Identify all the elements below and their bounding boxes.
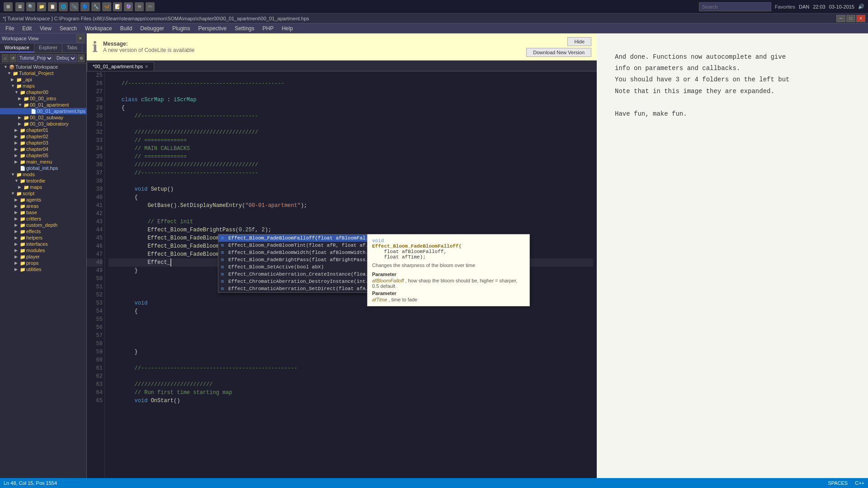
tree-areas[interactable]: ▶ 📁 areas (0, 203, 86, 209)
taskbar-icon-4[interactable]: 📋 (48, 2, 57, 11)
menu-perspective[interactable]: Perspective (194, 24, 230, 33)
config-btn[interactable]: ⚙ (78, 54, 85, 62)
taskbar-icon-6[interactable]: 📎 (70, 2, 79, 11)
taskbar-icon-10[interactable]: 📝 (113, 2, 122, 11)
project-selector[interactable]: Tutorial_Project (17, 54, 53, 62)
refresh-btn[interactable]: ↺ (9, 54, 16, 62)
home-btn[interactable]: ⌂ (2, 54, 9, 62)
editor-tab-main[interactable]: *00_01_apartment.hps ✕ (87, 62, 154, 71)
tree-chapter01[interactable]: ▶ 📁 chapter01 (0, 127, 86, 133)
tree-testordie[interactable]: ▼ 📁 testordie (0, 178, 86, 184)
minimize-button[interactable]: ─ (836, 15, 845, 22)
tree-script[interactable]: ▼ 📁 script (0, 190, 86, 197)
workspace-close-btn[interactable]: ✕ (76, 34, 85, 42)
tree-critters[interactable]: ▶ 📁 critters (0, 216, 86, 222)
tree-chapter02[interactable]: ▶ 📁 chapter02 (0, 133, 86, 140)
tree-arrow-project: ▼ (7, 71, 13, 75)
taskbar-left: ⊞ 🖥 🔍 📁 📋 🌐 📎 🔵 🔧 🦋 📝 🔮 ♾ 🎮 (4, 2, 155, 11)
tree-interfaces[interactable]: ▶ 📁 interfaces (0, 241, 86, 247)
menu-help[interactable]: Help (278, 24, 297, 33)
hide-button[interactable]: Hide (567, 37, 591, 46)
notification-message-body: A new version of CodeLite is available (103, 47, 521, 53)
tree-player[interactable]: ▶ 📁 player (0, 253, 86, 260)
tree-chapter05[interactable]: ▶ 📁 chapter05 (0, 152, 86, 159)
taskbar-icon-7[interactable]: 🔵 (80, 2, 90, 11)
taskbar-icon-5[interactable]: 🌐 (59, 2, 68, 11)
menu-file[interactable]: File (2, 24, 18, 33)
tab-workspace[interactable]: Workspace (0, 43, 34, 52)
tree-custom-depth[interactable]: ▶ 📁 custom_depth (0, 222, 86, 228)
tree-base[interactable]: ▶ 📁 base (0, 209, 86, 216)
menu-workspace[interactable]: Workspace (81, 24, 116, 33)
method-icon: m (221, 258, 226, 263)
tree-main-menu[interactable]: ▶ 📁 main_menu (0, 159, 86, 165)
tab-tabs[interactable]: Tabs (62, 43, 82, 52)
tree-agents[interactable]: ▶ 📁 agents (0, 197, 86, 203)
taskbar-icon-11[interactable]: 🔮 (124, 2, 133, 11)
menu-plugins[interactable]: Plugins (169, 24, 193, 33)
tree-testordie-maps[interactable]: ▶ 📁 maps (0, 184, 86, 190)
editor-area: ℹ Message: A new version of CodeLite is … (87, 33, 597, 478)
tree-global-init[interactable]: 📄 global_init.hps (0, 165, 86, 171)
tree-00-02-subway[interactable]: ▶ 📁 00_02_subway (0, 114, 86, 121)
code-line: // Effect init (108, 218, 593, 226)
download-new-version-button[interactable]: Download New Version (526, 48, 591, 57)
tree-00-01-apartment-hps[interactable]: 📄 00_01_apartment.hps (0, 108, 86, 114)
code-editor[interactable]: 25 26 27 28 29 30 31 32 33 34 35 36 37 3… (87, 71, 597, 478)
tooltip-param1-name: afBloomFalloff (372, 278, 404, 283)
status-bar: Ln 48, Col 15, Pos 1554 SPACES C++ (0, 478, 868, 488)
tree-effects[interactable]: ▶ 📁 effects (0, 228, 86, 235)
tooltip-func-name: Effect_Bloom_FadeBloomFalloff( (372, 244, 462, 249)
tree-project-root[interactable]: ▼ 📁 Tutorial_Project (0, 70, 86, 76)
menu-build[interactable]: Build (117, 24, 136, 33)
tooltip-description: Changes the sharpness of the bloom over … (372, 263, 525, 268)
tree-helpers[interactable]: ▶ 📁 helpers (0, 235, 86, 241)
method-icon: m (221, 272, 226, 277)
taskbar-icon-8[interactable]: 🔧 (91, 2, 100, 11)
tree-utilities[interactable]: ▶ 📁 utilities (0, 266, 86, 272)
method-icon: m (221, 243, 226, 248)
code-line: // MAIN CALLBACKS (108, 145, 593, 153)
tree-00-03-laboratory[interactable]: ▶ 📁 00_03_laboratory (0, 121, 86, 127)
build-selector[interactable]: Debug Release (54, 54, 77, 62)
taskbar-icon-13[interactable]: 🎮 (146, 2, 155, 11)
taskbar-date: 03-10-2015 (829, 4, 854, 9)
taskbar-icon-12[interactable]: ♾ (135, 2, 144, 11)
maximize-button[interactable]: □ (846, 15, 855, 22)
tab-explorer[interactable]: Explorer (34, 43, 62, 52)
start-button[interactable]: ⊞ (4, 2, 13, 11)
tree-workspace-root[interactable]: ▼ 📦 Tutorial Workspace (0, 64, 86, 70)
taskbar-search[interactable] (699, 2, 771, 11)
menu-php[interactable]: PHP (259, 24, 278, 33)
tooltip-popup: void Effect_Bloom_FadeBloomFalloff( floa… (367, 234, 530, 306)
menu-edit[interactable]: Edit (19, 24, 35, 33)
tree-modules[interactable]: ▶ 📁 modules (0, 247, 86, 253)
tree-props[interactable]: ▶ 📁 props (0, 260, 86, 266)
tree-chapter00[interactable]: ▼ 📁 chapter00 (0, 89, 86, 95)
menu-settings[interactable]: Settings (231, 24, 258, 33)
tree-mods[interactable]: ▼ 📁 mods (0, 171, 86, 178)
editor-tab-label: *00_01_apartment.hps (93, 64, 143, 69)
tree-api[interactable]: ▶ 📁 _api (0, 76, 86, 83)
tree-chapter04[interactable]: ▶ 📁 chapter04 (0, 146, 86, 152)
tree-maps[interactable]: ▼ 📁 maps (0, 83, 86, 89)
close-button[interactable]: ✕ (856, 15, 865, 22)
tree-00-01-apartment[interactable]: ▼ 📁 00_01_apartment (0, 102, 86, 108)
taskbar-icon-3[interactable]: 📁 (37, 2, 46, 11)
tree-00-00-intro[interactable]: ▶ 📁 00_00_intro (0, 95, 86, 102)
taskbar-icon-1[interactable]: 🖥 (15, 2, 24, 11)
tab-close-icon[interactable]: ✕ (145, 64, 148, 69)
code-line: // ============= (108, 153, 593, 161)
code-line: // Run first time starting map (108, 389, 593, 397)
ac-label-8: Effect_ChromaticAberration_SetDirect(flo… (228, 286, 374, 291)
menu-view[interactable]: View (36, 24, 55, 33)
tree-chapter03[interactable]: ▶ 📁 chapter03 (0, 140, 86, 146)
code-line: //------------------------------------ (108, 112, 593, 120)
status-position: Ln 48, Col 15, Pos 1554 (4, 480, 57, 486)
menu-search[interactable]: Search (56, 24, 80, 33)
volume-icon[interactable]: 🔊 (858, 4, 864, 9)
taskbar-icon-2[interactable]: 🔍 (26, 2, 35, 11)
taskbar-icon-9[interactable]: 🦋 (102, 2, 111, 11)
workspace-panel-title: Workspace View (2, 36, 39, 41)
menu-debugger[interactable]: Debugger (137, 24, 168, 33)
